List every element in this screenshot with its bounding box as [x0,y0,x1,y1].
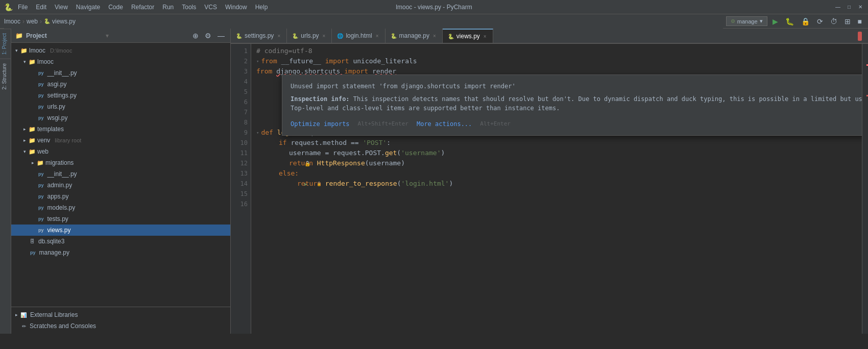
var-eq-10: == [351,138,363,148]
menu-refactor[interactable]: Refactor [128,3,157,12]
tab-close-settings[interactable]: × [276,33,281,39]
tree-label-manage: manage.py [39,249,69,256]
tab-close-manage[interactable]: × [432,33,437,39]
concurrency-button[interactable]: ⏱ [828,16,839,27]
line-num-12: 12 [234,158,248,168]
project-new-button[interactable]: ⊕ [191,32,200,40]
tree-item-manage[interactable]: py manage.py [11,247,230,258]
tab-close-views[interactable]: × [483,34,488,39]
code-line-14: ▶ 🔒 return render_to_response ( 'login.h… [256,179,857,189]
tree-item-ext-libs[interactable]: 📊 External Libraries [11,309,230,320]
tree-item-wsgi[interactable]: py wsgi.py [11,112,230,123]
code-content[interactable]: # coding=utf-8 ▾ from __future__ import … [251,44,862,334]
tree-item-scratches[interactable]: ✏ Scratches and Consoles [11,320,230,332]
run-button[interactable]: ▶ [770,16,780,27]
tree-item-urls[interactable]: py urls.py [11,101,230,112]
tree-label-apps: apps.py [47,193,69,200]
tree-item-templates[interactable]: 📁 templates [11,123,230,135]
tree-label-templates: templates [37,126,64,133]
vtab-project[interactable]: 1: Project [0,29,11,59]
folder-icon-venv: 📁 [29,137,36,144]
action-optimize-imports[interactable]: Optimize imports [291,119,350,129]
tab-close-urls[interactable]: × [322,33,327,39]
line-numbers: 1 2 3 4 5 6 7 8 9 10 11 12 13 14 15 16 [231,44,251,334]
tree-item-models[interactable]: py models.py [11,202,230,213]
menu-help[interactable]: Help [252,3,271,12]
code-editor[interactable]: 1 2 3 4 5 6 7 8 9 10 11 12 13 14 15 16 [231,44,868,334]
menu-tools[interactable]: Tools [179,3,199,12]
maximize-button[interactable]: □ [846,4,853,11]
tree-item-asgi[interactable]: py asgi.py [11,79,230,90]
var-dot2-11: . [361,148,365,158]
profile-button[interactable]: ⟳ [815,16,825,27]
tree-item-admin[interactable]: py admin.py [11,180,230,191]
tree-item-root-lmooc[interactable]: 📁 lmooc D:\lmooc [11,45,230,56]
inspection-title: Unused import statement 'from django.sho… [291,81,862,91]
menu-code[interactable]: Code [105,3,126,12]
main-layout: 1: Project 2: Structure 📁 Project ▾ ⊕ ⚙ … [0,29,868,334]
code-line-16 [256,199,857,209]
kw-return-12: return [289,158,317,168]
code-line-13: else: [256,168,857,179]
pin-button[interactable]: ⊞ [842,16,853,27]
lmooc-label: lmooc [4,18,20,25]
py-icon-views: py [38,228,44,233]
menu-file[interactable]: File [15,3,31,12]
project-collapse-button[interactable]: — [216,32,226,40]
tab-login[interactable]: 🌐 login.html × [332,29,385,43]
code-line-2: ▾ from __future__ import unicode_literal… [256,56,857,66]
line-num-6: 6 [234,97,248,107]
tree-item-views[interactable]: py views.py [11,225,230,236]
tree-item-apps[interactable]: py apps.py [11,191,230,202]
tab-settings[interactable]: 🐍 settings.py × [231,29,287,43]
app-icon: 🐍 [4,3,13,11]
tree-item-tests[interactable]: py tests.py [11,213,230,225]
menu-edit[interactable]: Edit [33,3,50,12]
debug-button[interactable]: 🐛 [783,16,796,27]
tree-note-venv: library root [55,137,81,143]
menu-window[interactable]: Window [222,3,250,12]
inspection-desc-text: This inspection detects names that shoul… [291,95,862,112]
views-label: views.py [52,18,76,25]
stop-button[interactable]: ■ [856,16,864,27]
tree-item-init1[interactable]: py __init__.py [11,67,230,79]
menu-view[interactable]: View [52,3,71,12]
tree-item-settings[interactable]: py settings.py [11,90,230,101]
chevron-migrations [32,160,34,165]
tab-views[interactable]: 🐍 views.py × [443,29,493,43]
project-settings-button[interactable]: ⚙ [203,32,213,40]
action-more-actions[interactable]: More actions... [417,119,472,129]
py-icon-admin: py [38,183,44,188]
tab-icon-login: 🌐 [337,33,343,39]
tree-item-db[interactable]: 🗄 db.sqlite3 [11,236,230,247]
breadcrumb-item-web: web [27,18,38,25]
tree-label-scratches: Scratches and Consoles [30,322,96,330]
menu-navigate[interactable]: Navigate [73,3,103,12]
line-num-7: 7 [234,107,248,117]
tree-item-migrations[interactable]: 📁 migrations [11,157,230,168]
tab-urls[interactable]: 🐍 urls.py × [287,29,332,43]
vtab-structure[interactable]: 2: Structure [0,59,11,94]
tab-manage[interactable]: 🐍 manage.py × [385,29,443,43]
py-icon-apps: py [38,194,44,199]
tab-close-login[interactable]: × [375,33,380,39]
fn-render-14: render_to_response [325,179,397,189]
py-icon-settings: py [38,93,44,98]
chevron-root [15,48,18,53]
menu-run[interactable]: Run [159,3,177,12]
tree-item-init2[interactable]: py __init__.py [11,168,230,180]
tree-item-lmooc-folder[interactable]: 📁 lmooc [11,56,230,67]
tab-label-login: login.html [346,32,372,39]
fold-arrow-2[interactable]: ▾ [256,56,259,66]
tree-label-db: db.sqlite3 [38,238,64,245]
tab-label-settings: settings.py [245,32,274,39]
menu-vcs[interactable]: VCS [201,3,220,12]
tree-path-root: D:\lmooc [50,47,72,54]
run-config-dropdown[interactable]: ⚙ manage ▾ [726,16,767,26]
tree-item-web[interactable]: 📁 web [11,146,230,157]
tree-item-venv[interactable]: 📁 venv library root [11,135,230,146]
minimize-button[interactable]: — [834,4,841,11]
close-button[interactable]: ✕ [857,4,864,11]
tree-label-asgi: asgi.py [47,81,67,88]
coverage-button[interactable]: 🔒 [799,16,812,27]
